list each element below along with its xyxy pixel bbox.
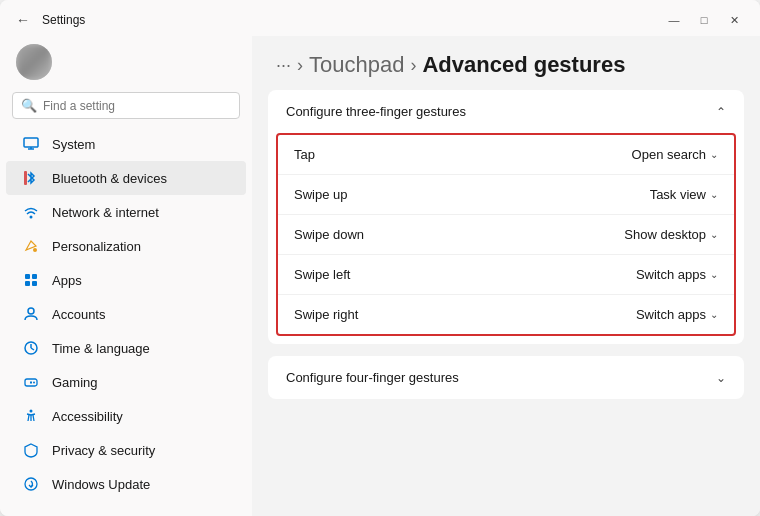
page-title: Advanced gestures [422,52,625,78]
sidebar-item-bluetooth[interactable]: Bluetooth & devices [6,161,246,195]
sidebar-item-accessibility-label: Accessibility [52,409,123,424]
three-finger-title: Configure three-finger gestures [286,104,466,119]
gesture-swipe-right-value[interactable]: Switch apps ⌄ [636,307,718,322]
search-box[interactable]: 🔍 [12,92,240,119]
four-finger-header[interactable]: Configure four-finger gestures ⌄ [268,356,744,399]
gesture-swipe-down-value-text: Show desktop [624,227,706,242]
gesture-swipe-up-chevron: ⌄ [710,189,718,200]
svg-line-13 [31,348,34,350]
svg-rect-3 [24,171,27,185]
gesture-swipe-left-value[interactable]: Switch apps ⌄ [636,267,718,282]
svg-rect-8 [25,281,30,286]
sidebar-item-system[interactable]: System [6,127,246,161]
search-icon: 🔍 [21,98,37,113]
content-area: 🔍 System [0,36,760,516]
gesture-tap-label: Tap [294,147,315,162]
close-button[interactable]: ✕ [720,9,748,31]
sidebar-item-accessibility[interactable]: Accessibility [6,399,246,433]
person-icon [22,305,40,323]
sidebar-item-apps-label: Apps [52,273,82,288]
gesture-swipe-left-chevron: ⌄ [710,269,718,280]
svg-point-17 [33,382,35,384]
three-finger-chevron: ⌃ [716,105,726,119]
svg-point-19 [25,478,37,490]
four-finger-title: Configure four-finger gestures [286,370,459,385]
gesture-swipe-down: Swipe down Show desktop ⌄ [278,215,734,255]
gesture-swipe-down-value[interactable]: Show desktop ⌄ [624,227,718,242]
monitor-icon [22,135,40,153]
svg-rect-9 [32,281,37,286]
gesture-swipe-up-label: Swipe up [294,187,347,202]
gesture-swipe-down-chevron: ⌄ [710,229,718,240]
sidebar-header [0,36,252,88]
sidebar-item-network-label: Network & internet [52,205,159,220]
main-content: ··· › Touchpad › Advanced gestures Confi… [252,36,760,516]
maximize-button[interactable]: □ [690,9,718,31]
gesture-swipe-up-value[interactable]: Task view ⌄ [650,187,718,202]
gesture-swipe-right: Swipe right Switch apps ⌄ [278,295,734,334]
accessibility-icon [22,407,40,425]
gesture-tap: Tap Open search ⌄ [278,135,734,175]
titlebar-controls: — □ ✕ [660,9,748,31]
sidebar-item-privacy[interactable]: Privacy & security [6,433,246,467]
svg-rect-7 [32,274,37,279]
three-finger-gesture-list: Tap Open search ⌄ Swipe up Task view ⌄ [276,133,736,336]
gesture-swipe-right-chevron: ⌄ [710,309,718,320]
gesture-tap-value-text: Open search [632,147,706,162]
back-button[interactable]: ← [12,8,34,32]
four-finger-section: Configure four-finger gestures ⌄ [268,356,744,399]
gesture-swipe-up-value-text: Task view [650,187,706,202]
breadcrumb: ··· › Touchpad › Advanced gestures [276,52,625,78]
four-finger-chevron: ⌄ [716,371,726,385]
sidebar-item-personalization-label: Personalization [52,239,141,254]
sidebar-item-windows-update[interactable]: Windows Update [6,467,246,501]
sidebar-item-bluetooth-label: Bluetooth & devices [52,171,167,186]
breadcrumb-sep2: › [410,55,416,76]
breadcrumb-parent[interactable]: Touchpad [309,52,404,78]
sidebar-item-windows-update-label: Windows Update [52,477,150,492]
gesture-swipe-right-value-text: Switch apps [636,307,706,322]
gesture-swipe-left-value-text: Switch apps [636,267,706,282]
sidebar-item-accounts[interactable]: Accounts [6,297,246,331]
sidebar-item-apps[interactable]: Apps [6,263,246,297]
settings-window: ← Settings — □ ✕ 🔍 [0,0,760,516]
gesture-swipe-down-label: Swipe down [294,227,364,242]
svg-point-18 [30,410,33,413]
gesture-swipe-right-label: Swipe right [294,307,358,322]
wifi-icon [22,203,40,221]
gesture-tap-chevron: ⌄ [710,149,718,160]
breadcrumb-sep1: › [297,55,303,76]
paint-icon [22,237,40,255]
gesture-swipe-up: Swipe up Task view ⌄ [278,175,734,215]
sidebar-item-time-label: Time & language [52,341,150,356]
three-finger-section: Configure three-finger gestures ⌃ Tap Op… [268,90,744,344]
sidebar-item-network[interactable]: Network & internet [6,195,246,229]
gaming-icon [22,373,40,391]
update-icon [22,475,40,493]
sidebar-item-gaming-label: Gaming [52,375,98,390]
nav-list: System Bluetooth & devices [0,127,252,508]
sidebar-item-system-label: System [52,137,95,152]
search-input[interactable] [43,99,231,113]
window-title: Settings [42,13,85,27]
sidebar-item-gaming[interactable]: Gaming [6,365,246,399]
gesture-swipe-left: Swipe left Switch apps ⌄ [278,255,734,295]
apps-icon [22,271,40,289]
sidebar-item-accounts-label: Accounts [52,307,105,322]
page-header: ··· › Touchpad › Advanced gestures [252,36,760,90]
gesture-swipe-left-label: Swipe left [294,267,350,282]
svg-point-5 [33,248,37,252]
svg-rect-0 [24,138,38,147]
three-finger-header[interactable]: Configure three-finger gestures ⌃ [268,90,744,133]
gesture-tap-value[interactable]: Open search ⌄ [632,147,718,162]
shield-icon [22,441,40,459]
minimize-button[interactable]: — [660,9,688,31]
svg-rect-6 [25,274,30,279]
sidebar-item-time[interactable]: Time & language [6,331,246,365]
svg-point-4 [30,216,33,219]
breadcrumb-dots: ··· [276,55,291,76]
sidebar-item-personalization[interactable]: Personalization [6,229,246,263]
bluetooth-icon [22,169,40,187]
titlebar-left: ← Settings [12,8,85,32]
svg-point-10 [28,308,34,314]
